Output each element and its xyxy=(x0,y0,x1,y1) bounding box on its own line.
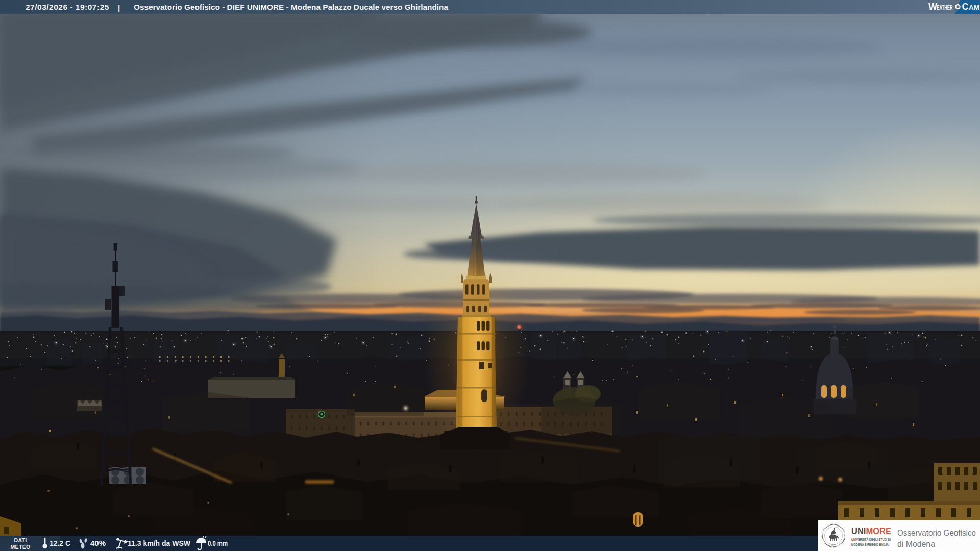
svg-text:|: | xyxy=(118,3,120,12)
svg-text:di Modena: di Modena xyxy=(897,539,936,549)
svg-text:Osservatorio Geofisico - DIEF: Osservatorio Geofisico - DIEF UNIMORE - … xyxy=(134,3,448,11)
svg-text:40%: 40% xyxy=(90,539,106,547)
svg-text:27/03/2026 - 19:07:25: 27/03/2026 - 19:07:25 xyxy=(26,3,109,11)
svg-text:AM: AM xyxy=(969,4,979,11)
svg-text:DATI: DATI xyxy=(14,537,27,543)
svg-text:C: C xyxy=(962,2,969,12)
svg-text:Osservatorio Geofisico: Osservatorio Geofisico xyxy=(897,528,976,538)
svg-text:12.2 C: 12.2 C xyxy=(50,539,70,547)
svg-text:0.0 mm: 0.0 mm xyxy=(208,539,228,547)
svg-text:EATHER: EATHER xyxy=(937,4,953,11)
svg-text:11.3 km/h da WSW: 11.3 km/h da WSW xyxy=(128,539,190,547)
svg-text:UNIVERSITÀ DEGLI STUDI DI: UNIVERSITÀ DEGLI STUDI DI xyxy=(851,537,891,542)
svg-text:MODENA E REGGIO EMILIA: MODENA E REGGIO EMILIA xyxy=(851,542,889,547)
svg-text:W: W xyxy=(928,2,937,12)
svg-text:METEO: METEO xyxy=(11,544,31,550)
svg-text:1175: 1175 xyxy=(831,544,836,547)
svg-text:UNIMORE: UNIMORE xyxy=(851,526,891,536)
